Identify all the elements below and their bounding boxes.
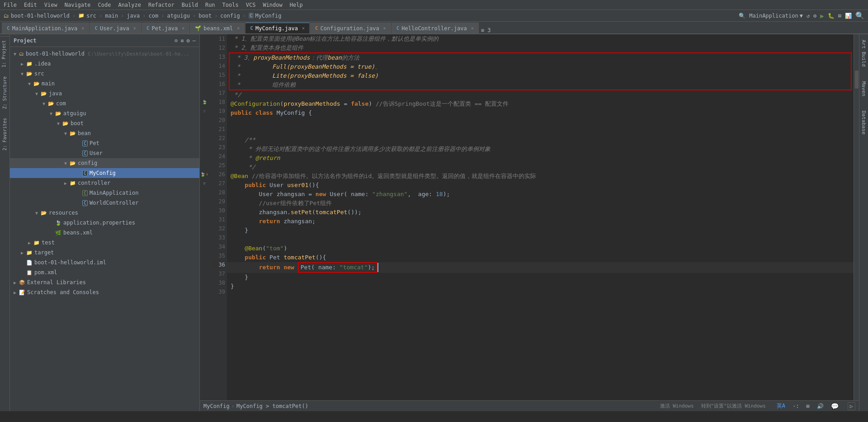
breadcrumb-project[interactable]: boot-01-helloworld bbox=[11, 13, 70, 19]
tree-item-main[interactable]: ▼ 📂 main bbox=[10, 79, 199, 89]
tree-item-target[interactable]: ▶ 📁 target bbox=[10, 248, 199, 258]
code-line-27: public User user01(){ bbox=[227, 181, 854, 190]
tree-item-pom[interactable]: ▶ 📋 pom.xml bbox=[10, 267, 199, 277]
tree-item-atguigu[interactable]: ▼ 📂 atguigu bbox=[10, 108, 199, 118]
tab-mainapplication[interactable]: C MainApplication.java × bbox=[2, 23, 89, 33]
tree-item-bean[interactable]: ▼ 📂 bean bbox=[10, 128, 199, 138]
code-line-20 bbox=[227, 117, 854, 127]
settings-icon[interactable]: ⚙ bbox=[813, 13, 816, 19]
tree-item-user[interactable]: ▶ C User bbox=[10, 148, 199, 158]
gutter-18-annotation[interactable]: 🍃 bbox=[200, 98, 209, 107]
menu-item-help[interactable]: Help bbox=[290, 2, 303, 8]
tab-more[interactable]: ≡ 3 bbox=[481, 27, 491, 33]
tab-close[interactable]: × bbox=[182, 26, 184, 31]
tab-configuration[interactable]: C Configuration.java × bbox=[310, 23, 391, 33]
side-tab-favorites[interactable]: 2: Favorites bbox=[1, 114, 9, 154]
side-tab-structure[interactable]: Z: Structure bbox=[1, 73, 9, 113]
tree-item-test[interactable]: ▶ 📁 test bbox=[10, 238, 199, 248]
status-tomcatpet[interactable]: MyConfig > tomcatPet() bbox=[236, 403, 308, 409]
right-tab-maven[interactable]: Maven bbox=[859, 78, 868, 100]
gutter-item-22 bbox=[200, 134, 209, 143]
menu-item-window[interactable]: Window bbox=[263, 2, 282, 8]
search-icon[interactable]: 🔍 bbox=[739, 13, 745, 19]
menu-item-tools[interactable]: Tools bbox=[222, 2, 239, 8]
profiler-icon[interactable]: 📊 bbox=[845, 13, 852, 19]
menu-item-edit[interactable]: Edit bbox=[24, 2, 37, 8]
scroll-thumb[interactable] bbox=[855, 70, 859, 89]
breadcrumb-boot[interactable]: boot bbox=[198, 13, 212, 19]
status-icon-2[interactable]: ⊞ bbox=[807, 403, 810, 409]
debug-icon[interactable]: 🐛 bbox=[828, 13, 835, 19]
sidebar-icon-circle[interactable]: ⊙ bbox=[175, 38, 178, 44]
tree-item-iml[interactable]: ▶ 📄 boot-01-helloworld.iml bbox=[10, 258, 199, 267]
run-config-dropdown[interactable]: MainApplication ▼ bbox=[749, 13, 803, 19]
tab-close[interactable]: × bbox=[237, 26, 240, 31]
menu-item-refactor[interactable]: Refactor bbox=[148, 2, 175, 8]
tree-item-mainapplication[interactable]: ▶ C MainApplication bbox=[10, 188, 199, 198]
build-icon[interactable]: ↺ bbox=[807, 13, 810, 19]
tab-beans-xml[interactable]: 🌱 beans.xml × bbox=[190, 23, 245, 33]
tab-close[interactable]: × bbox=[302, 26, 305, 31]
tree-item-java[interactable]: ▼ 📂 java bbox=[10, 89, 199, 98]
status-lang-icon[interactable]: 英A bbox=[777, 402, 785, 410]
status-chat-icon[interactable]: 💬 bbox=[831, 403, 839, 410]
tab-pet[interactable]: C Pet.java × bbox=[142, 23, 189, 33]
search2-icon[interactable]: 🔍 bbox=[855, 11, 864, 20]
run-icon[interactable]: ▶ bbox=[820, 12, 824, 19]
tree-item-myconfig[interactable]: ▶ C MyConfig bbox=[10, 168, 199, 178]
tree-item-scratches[interactable]: ▶ 📝 Scratches and Consoles bbox=[10, 287, 199, 297]
status-icon-3[interactable]: 🔊 bbox=[817, 403, 824, 409]
tab-close[interactable]: × bbox=[81, 26, 84, 31]
menu-item-file[interactable]: File bbox=[4, 2, 17, 8]
menu-item-code[interactable]: Code bbox=[98, 2, 111, 8]
coverage-icon[interactable]: ⊞ bbox=[838, 13, 841, 19]
menu-item-build[interactable]: Build bbox=[182, 2, 198, 8]
menu-item-run[interactable]: Run bbox=[205, 2, 215, 8]
code-editor[interactable]: * 1、配置类里面使用@Bean标注在方法上给容器注册组件，默认也是单实例的 *… bbox=[227, 34, 854, 400]
menu-item-vcs[interactable]: VCS bbox=[246, 2, 256, 8]
breadcrumb-myconfig[interactable]: MyConfig bbox=[255, 13, 282, 19]
sidebar-icon-minimize[interactable]: — bbox=[193, 38, 196, 44]
sidebar-icon-filter[interactable]: ≡ bbox=[180, 38, 184, 44]
tree-item-resources[interactable]: ▼ 📂 resources bbox=[10, 208, 199, 218]
scroll-indicator[interactable] bbox=[854, 34, 859, 400]
breadcrumb-config[interactable]: config bbox=[220, 13, 240, 19]
tree-item-com[interactable]: ▼ 📂 com bbox=[10, 98, 199, 108]
tree-item-idea[interactable]: ▶ 📁 .idea bbox=[10, 59, 199, 69]
tree-item-external-libs[interactable]: ▶ 📦 External Libraries bbox=[10, 277, 199, 287]
menu-item-analyze[interactable]: Analyze bbox=[118, 2, 141, 8]
right-tab-artbuild[interactable]: Art Build bbox=[859, 36, 868, 70]
tab-close[interactable]: × bbox=[383, 26, 386, 31]
tree-item-boot[interactable]: ▼ 📂 boot bbox=[10, 118, 199, 128]
status-myconfig[interactable]: MyConfig bbox=[203, 403, 230, 409]
tab-close[interactable]: × bbox=[471, 26, 474, 31]
breadcrumb-java[interactable]: java bbox=[127, 13, 140, 19]
code-line-36[interactable]: return new Pet( name: "tomcat");| bbox=[227, 262, 854, 273]
menu-item-navigate[interactable]: Navigate bbox=[65, 2, 91, 8]
status-arrow[interactable]: ▷ bbox=[848, 402, 855, 410]
breadcrumb-com[interactable]: com bbox=[148, 13, 158, 19]
gutter-27-fold[interactable]: ▽ bbox=[200, 179, 209, 188]
tree-item-pet[interactable]: ▶ C Pet bbox=[10, 138, 199, 148]
tab-close[interactable]: × bbox=[133, 26, 136, 31]
tab-myconfig[interactable]: C MyConfig.java × bbox=[245, 23, 310, 33]
menu-item-view[interactable]: View bbox=[44, 2, 57, 8]
breadcrumb-atguigu[interactable]: atguigu bbox=[167, 13, 190, 19]
gutter-26-annotations[interactable]: 🍃⬇ bbox=[200, 170, 209, 179]
tree-item-beans-xml[interactable]: ▶ 🌿 beans.xml bbox=[10, 228, 199, 238]
tree-item-app-properties[interactable]: ▶ 🍃 application.properties bbox=[10, 218, 199, 228]
status-icon-1[interactable]: ·: bbox=[793, 403, 799, 409]
tree-item-controller[interactable]: ▶ 📁 controller bbox=[10, 178, 199, 188]
sidebar-icon-settings[interactable]: ⚙ bbox=[187, 38, 190, 44]
tree-item-worldcontroller[interactable]: ▶ C WorldController bbox=[10, 198, 199, 208]
side-tab-project[interactable]: 1: Project bbox=[0, 36, 9, 71]
tab-hellocontroller[interactable]: C HelloController.java × bbox=[392, 23, 479, 33]
tree-item-src[interactable]: ▼ 📂 src bbox=[10, 69, 199, 79]
tree-item-config[interactable]: ▼ 📂 config bbox=[10, 158, 199, 168]
right-tab-database[interactable]: Database bbox=[859, 107, 868, 138]
tab-user[interactable]: C User.java × bbox=[90, 23, 141, 33]
tree-item-root[interactable]: ▼ 🗂 boot-01-helloworld C:\Users\lfy\Desk… bbox=[10, 49, 199, 59]
breadcrumb-src[interactable]: src bbox=[86, 13, 96, 19]
breadcrumb-main[interactable]: main bbox=[105, 13, 118, 19]
gutter-19-fold[interactable]: ▽ bbox=[200, 107, 209, 116]
